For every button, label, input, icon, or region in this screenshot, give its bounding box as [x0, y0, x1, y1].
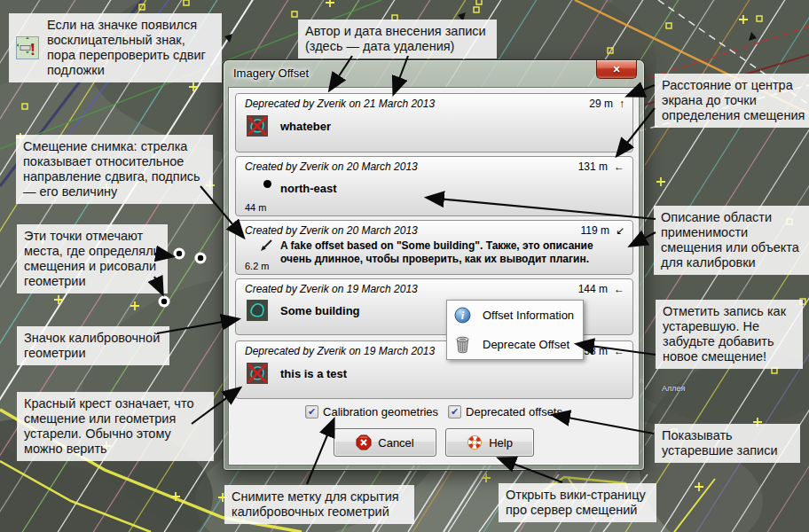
cancel-stop-icon — [356, 434, 372, 450]
annotation-show-deprecated: Показывать устаревшие записи — [655, 424, 800, 463]
checkbox-label: Calibration geometries — [323, 405, 438, 419]
offset-entry-north-east[interactable]: Created by Zverik on 20 March 2013 131 m… — [235, 156, 633, 216]
annotation-deprecate: Отметить запись как устаревшую. Не забуд… — [656, 300, 803, 369]
annotation-author-date: Автор и дата внесения записи (здесь — да… — [298, 20, 497, 59]
entry-distance: 29 m — [589, 98, 613, 110]
close-button[interactable]: ✕ — [596, 60, 637, 79]
trash-icon — [454, 335, 471, 354]
help-lifebuoy-icon — [467, 434, 483, 450]
offset-context-menu: i Offset Information Deprecate Offset — [446, 300, 584, 360]
entry-author-date: Created by Zverik on 20 March 2013 — [245, 160, 418, 173]
entry-author-date: Created by Zverik on 20 March 2013 — [245, 224, 418, 237]
annotation-red-cross: Красный крест означает, что смещение или… — [17, 392, 214, 461]
annotation-description: Описание области применимости смещения и… — [654, 206, 809, 275]
entry-distance: 144 m — [578, 283, 608, 295]
calibration-geometries-checkbox[interactable]: Calibration geometries — [305, 405, 438, 419]
checkbox-icon — [305, 405, 318, 419]
entry-author-date: Created by Zverik on 19 March 2013 — [245, 283, 418, 295]
menu-item-label: Deprecate Offset — [483, 338, 569, 351]
map-street-label-2: Аллея — [662, 384, 685, 393]
deprecated-geometry-icon — [247, 363, 268, 384]
direction-arrow-icon: ↙ — [616, 224, 624, 237]
offset-entry-whateber[interactable]: Deprecated by Zverik on 21 March 2013 29… — [235, 93, 633, 153]
entry-name: this is a test — [280, 367, 347, 380]
annotation-text: Если на значке появился восклицательный … — [47, 18, 215, 78]
entry-name: Some building — [280, 304, 360, 317]
info-icon: i — [454, 307, 471, 324]
imagery-offset-dialog: Imagery Offset ✕ Deprecated by Zverik on… — [224, 60, 644, 470]
annotation-exclamation: ! Если на значке появился восклицательны… — [9, 13, 222, 82]
menu-item-deprecate-offset[interactable]: Deprecate Offset — [447, 330, 583, 359]
help-label: Help — [489, 436, 513, 450]
dialog-buttons: Cancel Help — [229, 428, 639, 457]
direction-arrow-icon: ↑ — [619, 98, 624, 110]
imagery-offset-warning-icon: ! — [16, 36, 39, 59]
annotation-hide-calibration: Снимите метку для скрытия калибровочных … — [224, 485, 414, 524]
entry-distance: 119 m — [580, 224, 609, 237]
offset-entry-fake-offset[interactable]: Created by Zverik on 20 March 2013 119 m… — [235, 220, 633, 275]
dialog-body: Deprecated by Zverik on 21 March 2013 29… — [228, 87, 640, 466]
annotation-wiki: Открыть вики-страницу про сервер смещени… — [499, 483, 656, 522]
dialog-titlebar[interactable]: Imagery Offset — [224, 60, 644, 87]
svg-text:i: i — [461, 309, 465, 322]
deprecated-geometry-icon — [247, 115, 268, 137]
offset-magnitude-label: 44 m — [245, 202, 266, 213]
annotation-calibration-icon: Значок калибровочной геометрии — [17, 326, 169, 365]
menu-item-offset-information[interactable]: i Offset Information — [447, 301, 583, 330]
entry-name: whateber — [280, 120, 331, 133]
cancel-label: Cancel — [378, 436, 413, 450]
dialog-title: Imagery Offset — [233, 66, 309, 80]
help-button[interactable]: Help — [445, 428, 534, 457]
deprecated-offsets-checkbox[interactable]: Deprecated offsets — [448, 405, 562, 419]
filter-checkboxes: Calibration geometries Deprecated offset… — [229, 405, 639, 419]
direction-arrow-icon: ← — [614, 160, 624, 173]
annotation-distance: Расстояние от центра экрана до точки опр… — [655, 74, 809, 128]
cancel-button[interactable]: Cancel — [334, 428, 436, 457]
entry-distance: 131 m — [578, 160, 608, 173]
entry-name: north-east — [280, 182, 337, 195]
entry-author-date: Deprecated by Zverik on 19 March 2013 — [245, 345, 435, 357]
entry-author-date: Deprecated by Zverik on 21 March 2013 — [245, 98, 435, 110]
annotation-offset-arrow: Смещение снимка: стрелка показывает отно… — [16, 135, 213, 204]
svg-text:!: ! — [30, 41, 35, 59]
offset-magnitude-label: 6.2 m — [245, 261, 270, 271]
offset-dot-icon — [263, 180, 271, 188]
calibration-geometry-icon — [247, 300, 268, 321]
offset-arrow-icon — [257, 238, 275, 255]
menu-item-label: Offset Information — [483, 309, 574, 322]
direction-arrow-icon: ← — [614, 283, 624, 295]
checkbox-icon — [448, 405, 461, 419]
close-icon: ✕ — [612, 64, 620, 75]
direction-arrow-icon: ← — [614, 345, 624, 357]
checkbox-label: Deprecated offsets — [466, 405, 562, 419]
annotation-points: Эти точки отмечают места, где определяли… — [17, 224, 168, 293]
entry-description: A fake offset based on "Some building". … — [280, 239, 622, 266]
screenshot-root: аллея Аллея Imagery Offset ✕ Deprecated … — [0, 0, 809, 532]
